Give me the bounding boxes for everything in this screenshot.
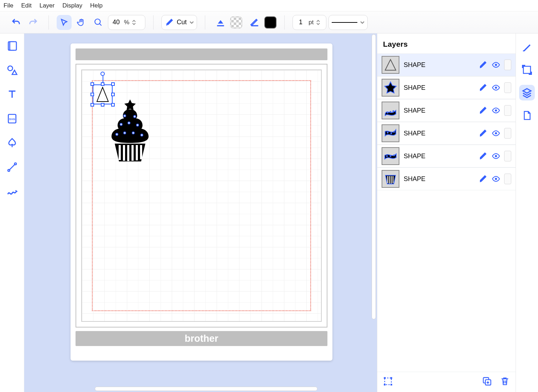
layer-visibility-icon[interactable]: [491, 174, 501, 184]
layer-lock-toggle[interactable]: [504, 60, 511, 70]
separator: [205, 15, 205, 30]
layer-edit-icon[interactable]: [478, 106, 488, 115]
text-tool[interactable]: [5, 87, 20, 102]
solid-line-icon: [332, 22, 357, 23]
styles-tab[interactable]: [519, 39, 535, 55]
line-tool[interactable]: [5, 160, 20, 175]
resize-handle[interactable]: [90, 82, 94, 86]
menu-display[interactable]: Display: [62, 2, 82, 9]
layer-row[interactable]: SHAPE: [377, 76, 516, 99]
document-tab[interactable]: [519, 108, 535, 123]
layer-lock-toggle[interactable]: [504, 151, 511, 161]
menu-layer[interactable]: Layer: [40, 2, 55, 9]
mat-grid[interactable]: [81, 69, 322, 322]
shapes-tool[interactable]: [5, 63, 20, 78]
duplicate-layer-button[interactable]: [482, 376, 492, 388]
layer-lock-toggle[interactable]: [504, 105, 511, 116]
layer-edit-icon[interactable]: [478, 83, 488, 92]
scrollbar-thumb[interactable]: [95, 387, 317, 391]
scrollbar-thumb[interactable]: [372, 34, 376, 319]
stroke-color-swatch[interactable]: [264, 16, 276, 29]
svg-point-8: [8, 170, 10, 171]
layer-row[interactable]: SHAPE: [377, 53, 516, 76]
layer-edit-icon[interactable]: [478, 60, 488, 69]
layer-edit-icon[interactable]: [478, 129, 488, 138]
svg-rect-35: [384, 377, 386, 379]
svg-point-9: [14, 163, 16, 165]
select-tool-button[interactable]: [57, 15, 72, 30]
svg-point-12: [120, 123, 122, 125]
transform-tab[interactable]: [519, 62, 535, 78]
svg-point-22: [390, 112, 391, 113]
svg-point-20: [495, 87, 497, 89]
svg-point-5: [8, 66, 12, 71]
stroke-style-dropdown[interactable]: [329, 15, 368, 30]
layer-lock-toggle[interactable]: [504, 128, 511, 139]
chevron-down-icon: [360, 20, 364, 25]
layer-visibility-icon[interactable]: [491, 60, 501, 69]
freehand-tool[interactable]: [5, 184, 20, 199]
svg-point-13: [128, 122, 130, 124]
rotate-handle[interactable]: [100, 72, 105, 76]
menu-help[interactable]: Help: [90, 2, 103, 9]
import-svg-tool[interactable]: SVG: [5, 111, 20, 126]
svg-point-23: [393, 111, 394, 112]
layer-edit-icon[interactable]: [478, 151, 488, 161]
layer-visibility-icon[interactable]: [491, 106, 501, 115]
stroke-up[interactable]: [316, 20, 321, 22]
layer-thumbnail: [382, 56, 399, 74]
stroke-down[interactable]: [316, 22, 321, 25]
resize-handle[interactable]: [101, 103, 104, 107]
layer-row[interactable]: SHAPE: [377, 99, 516, 122]
zoom-value[interactable]: [108, 19, 124, 26]
select-bounds-button[interactable]: [383, 376, 393, 388]
artboard-tool[interactable]: [5, 38, 20, 53]
layers-panel-title: Layers: [377, 33, 516, 53]
undo-button[interactable]: [9, 15, 24, 30]
layer-row[interactable]: SHAPE: [377, 167, 516, 190]
resize-handle[interactable]: [111, 82, 115, 86]
layer-thumbnail: [382, 102, 399, 119]
menu-bar: File Edit Layer Display Help: [0, 0, 538, 11]
layer-visibility-icon[interactable]: [491, 83, 501, 92]
layer-row[interactable]: SHAPE: [377, 122, 516, 145]
layer-visibility-icon[interactable]: [491, 129, 501, 138]
spade-tool[interactable]: [5, 135, 20, 150]
resize-handle[interactable]: [101, 82, 104, 86]
pan-tool-button[interactable]: [74, 15, 89, 30]
stroke-width-input[interactable]: pt: [293, 15, 326, 30]
svg-point-32: [495, 155, 497, 157]
resize-handle[interactable]: [90, 103, 94, 107]
layer-edit-icon[interactable]: [478, 174, 488, 184]
layer-row[interactable]: SHAPE: [377, 145, 516, 167]
stroke-color-button[interactable]: [247, 15, 262, 30]
zoom-level-input[interactable]: %: [108, 15, 145, 30]
brand-label: brother: [185, 333, 218, 344]
resize-handle[interactable]: [90, 93, 94, 96]
delete-layer-button[interactable]: [500, 376, 510, 388]
canvas-area[interactable]: brother: [24, 33, 377, 392]
cupcake-shape[interactable]: [107, 99, 153, 163]
resize-handle[interactable]: [111, 93, 115, 96]
redo-button[interactable]: [26, 15, 41, 30]
fill-color-button[interactable]: [213, 15, 228, 30]
stroke-width-value[interactable]: [293, 19, 309, 26]
zoom-down[interactable]: [131, 22, 136, 25]
layer-lock-toggle[interactable]: [504, 174, 511, 184]
menu-edit[interactable]: Edit: [21, 2, 31, 9]
layer-visibility-icon[interactable]: [491, 151, 501, 161]
operation-dropdown[interactable]: Cut: [161, 15, 197, 30]
horizontal-scrollbar[interactable]: [48, 386, 371, 391]
layer-name: SHAPE: [404, 130, 474, 137]
vertical-scrollbar[interactable]: [371, 33, 376, 386]
zoom-tool-button[interactable]: [91, 15, 106, 30]
fill-transparent-swatch[interactable]: [230, 16, 242, 29]
operation-label: Cut: [177, 19, 187, 26]
cutting-mat: brother: [71, 43, 332, 361]
layers-tab[interactable]: [519, 85, 535, 100]
layers-panel-footer: [377, 372, 516, 392]
menu-file[interactable]: File: [4, 2, 13, 9]
zoom-up[interactable]: [131, 20, 136, 22]
layer-thumbnail: [382, 124, 399, 142]
layer-lock-toggle[interactable]: [504, 82, 511, 93]
